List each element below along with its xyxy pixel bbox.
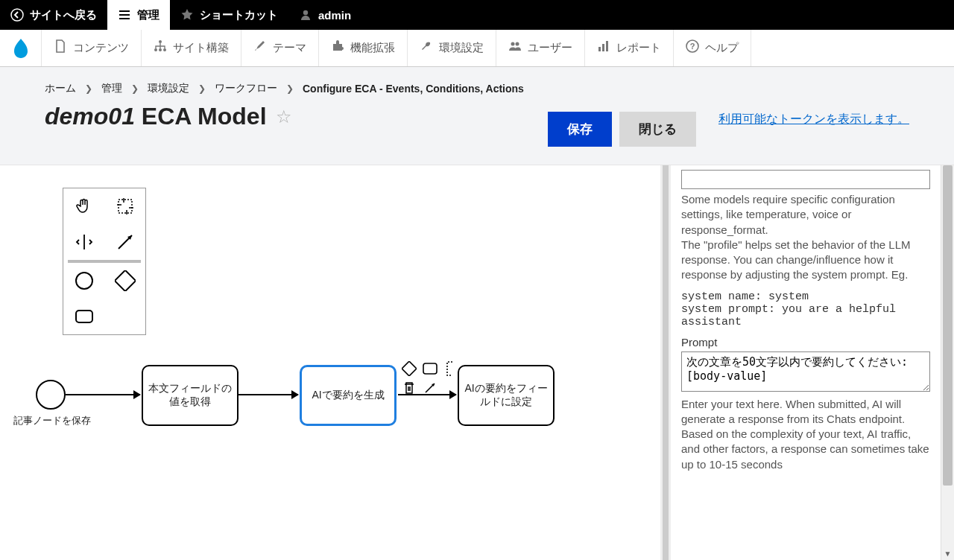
scrollbar-thumb[interactable] — [943, 165, 953, 486]
svg-rect-16 — [76, 311, 92, 322]
admin-menu: コンテンツ サイト構築 テーマ 機能拡張 環境設定 ユーザー レポート ? ヘル… — [0, 30, 954, 67]
panel-scrollbar[interactable]: ▼ — [941, 165, 954, 560]
manage-label: 管理 — [137, 8, 159, 22]
user-label: admin — [318, 9, 351, 22]
breadcrumb-current: Configure ECA - Events, Conditions, Acti… — [303, 83, 524, 95]
brush-icon — [253, 39, 267, 57]
space-tool[interactable] — [63, 224, 104, 260]
save-button[interactable]: 保存 — [548, 112, 612, 147]
chevron-right-icon: ❯ — [198, 83, 206, 94]
token-link[interactable]: 利用可能なトークンを表示します。 — [718, 112, 909, 127]
side-panel-wrap: Some models require specific configurati… — [671, 165, 954, 560]
bpmn-task-set-field[interactable]: AIの要約をフィールドに設定 — [458, 365, 555, 426]
chevron-right-icon: ❯ — [131, 83, 139, 94]
menu-structure[interactable]: サイト構築 — [142, 30, 241, 66]
menu-reports[interactable]: レポート — [585, 30, 674, 66]
manage-toggle[interactable]: 管理 — [107, 0, 170, 30]
breadcrumb-workflow[interactable]: ワークフロー — [215, 82, 277, 95]
bpmn-canvas[interactable]: 記事ノードを保存 本文フィールドの値を取得 AIで要約を生成 AIの要約をフィー… — [0, 165, 660, 560]
toolbar-top: サイトへ戻る 管理 ショートカット admin — [0, 0, 954, 30]
svg-point-1 — [303, 10, 308, 15]
close-button[interactable]: 閉じる — [619, 112, 696, 147]
menu-appearance[interactable]: テーマ — [241, 30, 319, 66]
system-prompt-example: system name: system system prompt: you a… — [681, 290, 930, 328]
breadcrumb-home[interactable]: ホーム — [45, 82, 76, 95]
bpmn-event-label: 記事ノードを保存 — [7, 414, 97, 427]
user-menu[interactable]: admin — [288, 0, 361, 30]
chevron-right-icon: ❯ — [286, 83, 294, 94]
page-header: ホーム ❯ 管理 ❯ 環境設定 ❯ ワークフロー ❯ Configure ECA… — [0, 67, 954, 165]
bpmn-start-event[interactable] — [36, 380, 66, 410]
back-label: サイトへ戻る — [30, 8, 97, 22]
append-task-icon[interactable] — [422, 360, 438, 377]
menu-config[interactable]: 環境設定 — [408, 30, 496, 66]
svg-point-7 — [516, 42, 519, 46]
svg-rect-10 — [606, 41, 608, 51]
svg-rect-13 — [119, 200, 132, 213]
scroll-down-icon[interactable]: ▼ — [941, 547, 954, 560]
svg-rect-18 — [423, 363, 437, 374]
back-arrow-icon — [10, 8, 24, 22]
menu-help[interactable]: ? ヘルプ — [674, 30, 751, 66]
hamburger-icon — [118, 8, 131, 22]
favorite-star-icon[interactable]: ☆ — [276, 106, 292, 127]
prompt-label: Prompt — [681, 336, 930, 349]
page-title: demo01 ECA Model — [45, 103, 267, 130]
config-input[interactable] — [681, 170, 930, 189]
bpmn-flow[interactable] — [66, 394, 140, 395]
create-gateway[interactable] — [104, 263, 145, 299]
shortcuts-toggle[interactable]: ショートカット — [170, 0, 288, 30]
drupal-icon — [11, 37, 31, 60]
svg-rect-17 — [402, 361, 417, 376]
file-icon — [54, 39, 67, 57]
svg-point-14 — [76, 273, 92, 289]
bpmn-task-ai-summary[interactable]: AIで要約を生成 — [300, 365, 397, 426]
help-icon: ? — [686, 39, 699, 57]
config-help: Some models require specific configurati… — [681, 192, 930, 283]
svg-text:?: ? — [690, 42, 695, 51]
chart-icon — [597, 39, 610, 57]
admin-home[interactable] — [0, 30, 42, 66]
breadcrumb-admin[interactable]: 管理 — [101, 82, 122, 95]
canvas-scrollbar[interactable] — [660, 165, 671, 560]
menu-content[interactable]: コンテンツ — [42, 30, 142, 66]
svg-rect-8 — [598, 47, 601, 51]
svg-point-2 — [159, 40, 162, 43]
bpmn-flow[interactable] — [398, 394, 456, 395]
menu-extend[interactable]: 機能拡張 — [319, 30, 408, 66]
create-event[interactable] — [63, 263, 104, 299]
star-icon — [180, 8, 194, 22]
menu-people[interactable]: ユーザー — [496, 30, 585, 66]
breadcrumb-config[interactable]: 環境設定 — [148, 82, 189, 95]
shortcuts-label: ショートカット — [200, 8, 278, 22]
lasso-tool[interactable] — [104, 188, 145, 224]
svg-point-0 — [11, 9, 23, 21]
annotation-icon[interactable] — [443, 360, 459, 377]
svg-rect-9 — [602, 44, 604, 51]
back-to-site[interactable]: サイトへ戻る — [0, 0, 107, 30]
main-area: 記事ノードを保存 本文フィールドの値を取得 AIで要約を生成 AIの要約をフィー… — [0, 165, 954, 560]
svg-point-4 — [159, 48, 162, 51]
bpmn-task-get-body[interactable]: 本文フィールドの値を取得 — [142, 365, 238, 426]
svg-rect-15 — [115, 270, 136, 291]
side-panel: Some models require specific configurati… — [671, 165, 941, 560]
append-gateway-icon[interactable] — [401, 360, 417, 377]
people-icon — [508, 39, 522, 57]
breadcrumb: ホーム ❯ 管理 ❯ 環境設定 ❯ ワークフロー ❯ Configure ECA… — [45, 82, 909, 95]
tool-palette — [63, 188, 146, 335]
puzzle-icon — [331, 39, 344, 57]
svg-point-3 — [154, 48, 157, 51]
bpmn-flow[interactable] — [238, 394, 298, 395]
chevron-right-icon: ❯ — [85, 83, 92, 94]
structure-icon — [154, 39, 167, 57]
svg-point-6 — [511, 42, 515, 46]
svg-point-5 — [163, 48, 166, 51]
create-task[interactable] — [63, 299, 104, 334]
prompt-textarea[interactable] — [681, 351, 930, 392]
hand-tool[interactable] — [63, 188, 104, 224]
wrench-icon — [420, 39, 433, 57]
connect-tool[interactable] — [104, 224, 145, 260]
user-icon — [299, 8, 312, 22]
prompt-help: Enter your text here. When submitted, AI… — [681, 397, 930, 472]
